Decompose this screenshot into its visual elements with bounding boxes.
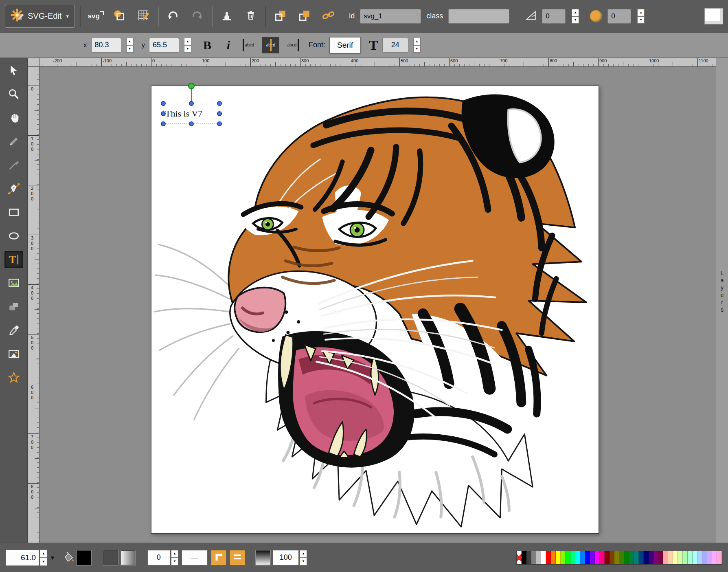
palette-swatch[interactable] — [712, 551, 717, 564]
palette-swatch[interactable] — [610, 551, 614, 564]
palette-swatch[interactable] — [717, 551, 722, 564]
palette-swatch[interactable] — [556, 551, 561, 564]
svg-canvas[interactable]: This is V7 — [151, 86, 599, 534]
resize-handle-nw[interactable] — [161, 101, 166, 106]
font-family-button[interactable]: Serif — [329, 37, 361, 53]
font-size-increment[interactable]: ▲ — [413, 38, 421, 45]
palette-swatch[interactable] — [531, 551, 536, 564]
angle-increment[interactable]: ▲ — [572, 9, 579, 16]
palette-swatch[interactable] — [575, 551, 580, 564]
zoom-tool[interactable] — [4, 86, 23, 103]
palette-swatch[interactable] — [697, 551, 702, 564]
stroke-dash-select[interactable]: — — [182, 550, 208, 565]
palette-swatch[interactable] — [570, 551, 575, 564]
zoom-decrement[interactable]: ▼ — [40, 558, 47, 566]
delete-button[interactable] — [241, 7, 260, 26]
palette-swatch[interactable] — [683, 551, 688, 564]
resize-handle-e[interactable] — [217, 111, 222, 116]
palette-swatch[interactable] — [629, 551, 634, 564]
y-decrement[interactable]: ▼ — [184, 45, 191, 53]
element-class-input[interactable] — [448, 9, 509, 24]
zoom-menu-caret-icon[interactable]: ▼ — [50, 554, 55, 561]
stroke-width-increment[interactable]: ▲ — [171, 550, 178, 558]
x-increment[interactable]: ▲ — [126, 38, 134, 45]
eyedropper-tool[interactable] — [4, 322, 23, 339]
resize-handle-s[interactable] — [189, 121, 194, 126]
opacity-decrement[interactable]: ▼ — [300, 558, 307, 565]
palette-swatch[interactable] — [678, 551, 683, 564]
select-tool[interactable] — [4, 62, 23, 79]
palette-swatch[interactable] — [649, 551, 653, 564]
y-increment[interactable]: ▲ — [184, 38, 191, 45]
resize-handle-w[interactable] — [161, 111, 166, 116]
palette-swatch[interactable] — [551, 551, 556, 564]
palette-swatch[interactable] — [590, 551, 595, 564]
x-decrement[interactable]: ▼ — [126, 45, 134, 53]
palette-none-swatch[interactable] — [517, 551, 522, 564]
x-coordinate-input[interactable] — [91, 38, 121, 53]
palette-swatch[interactable] — [653, 551, 658, 564]
layers-panel-toggle[interactable]: Layers — [716, 58, 728, 543]
fill-color-swatch[interactable] — [77, 550, 91, 565]
font-size-decrement[interactable]: ▼ — [413, 45, 421, 53]
undo-button[interactable] — [164, 7, 182, 26]
opacity-gradient-swatch[interactable] — [256, 550, 270, 565]
blur-input[interactable] — [607, 9, 631, 24]
zoom-input[interactable]: 61.0 — [6, 550, 39, 566]
stroke-linecap-button[interactable] — [230, 550, 245, 565]
grid-button[interactable] — [134, 7, 153, 26]
stroke-width-decrement[interactable]: ▼ — [171, 558, 178, 565]
palette-swatch[interactable] — [707, 551, 712, 564]
element-id-input[interactable] — [360, 9, 421, 24]
angle-input[interactable] — [542, 9, 566, 24]
palette-swatch[interactable] — [673, 551, 678, 564]
palette-swatch[interactable] — [668, 551, 673, 564]
palette-swatch[interactable] — [693, 551, 697, 564]
text-anchor-end-button[interactable]: abcd — [283, 37, 300, 53]
palette-swatch[interactable] — [605, 551, 610, 564]
palette-swatch[interactable] — [644, 551, 649, 564]
palette-swatch[interactable] — [600, 551, 605, 564]
move-to-top-button[interactable] — [295, 7, 314, 26]
palette-swatch[interactable] — [522, 551, 526, 564]
stroke-paint-swatch[interactable] — [121, 550, 135, 565]
pan-tool[interactable] — [4, 109, 23, 126]
text-tool[interactable]: T — [4, 251, 23, 268]
text-anchor-middle-button[interactable]: abcd — [262, 37, 279, 53]
ellipse-tool[interactable] — [4, 227, 23, 244]
stroke-linejoin-button[interactable] — [211, 550, 226, 565]
shape-library-tool[interactable] — [4, 298, 23, 315]
stroke-color-swatch[interactable] — [103, 550, 118, 565]
text-anchor-start-button[interactable]: abcd — [241, 37, 258, 53]
wireframe-button[interactable] — [110, 7, 129, 26]
stroke-width-input[interactable]: 0 — [147, 550, 170, 565]
palette-swatch[interactable] — [614, 551, 619, 564]
image-tool[interactable] — [4, 275, 23, 292]
palette-swatch[interactable] — [561, 551, 566, 564]
path-tool[interactable] — [4, 180, 23, 197]
line-tool[interactable] — [4, 156, 23, 174]
palette-swatch[interactable] — [595, 551, 600, 564]
palette-swatch[interactable] — [619, 551, 624, 564]
rotate-handle[interactable] — [188, 83, 195, 89]
edit-source-button[interactable]: svg — [86, 7, 105, 26]
opacity-input[interactable]: 100 — [273, 550, 299, 565]
star-tool[interactable] — [4, 369, 23, 386]
import-image-tool[interactable] — [4, 345, 23, 363]
italic-button[interactable]: i — [220, 36, 237, 54]
blur-decrement[interactable]: ▼ — [637, 16, 645, 24]
palette-swatch[interactable] — [536, 551, 541, 564]
palette-swatch[interactable] — [526, 551, 531, 564]
palette-swatch[interactable] — [566, 551, 570, 564]
palette-swatch[interactable] — [541, 551, 546, 564]
palette-swatch[interactable] — [585, 551, 590, 564]
canvas-text-element[interactable]: This is V7 — [165, 104, 202, 123]
redo-button[interactable] — [188, 7, 206, 26]
move-to-bottom-button[interactable] — [271, 7, 290, 26]
palette-swatch[interactable] — [580, 551, 585, 564]
angle-decrement[interactable]: ▼ — [572, 16, 579, 24]
resize-handle-se[interactable] — [217, 121, 222, 126]
bold-button[interactable]: B — [199, 36, 216, 54]
palette-swatch[interactable] — [546, 551, 551, 564]
palette-swatch[interactable] — [658, 551, 663, 564]
